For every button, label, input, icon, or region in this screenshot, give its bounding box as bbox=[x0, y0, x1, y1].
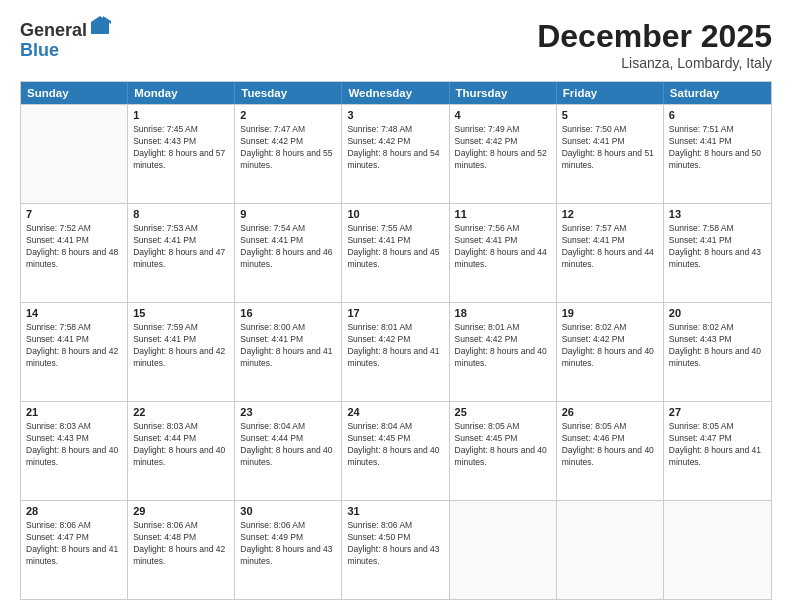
calendar-cell: 29Sunrise: 8:06 AM Sunset: 4:48 PM Dayli… bbox=[128, 501, 235, 599]
day-number: 27 bbox=[669, 405, 766, 420]
day-number: 19 bbox=[562, 306, 658, 321]
cell-info: Sunrise: 8:06 AM Sunset: 4:50 PM Dayligh… bbox=[347, 520, 443, 568]
cell-info: Sunrise: 8:04 AM Sunset: 4:45 PM Dayligh… bbox=[347, 421, 443, 469]
cell-info: Sunrise: 8:05 AM Sunset: 4:47 PM Dayligh… bbox=[669, 421, 766, 469]
logo-general: General bbox=[20, 20, 87, 40]
day-number: 23 bbox=[240, 405, 336, 420]
day-number: 30 bbox=[240, 504, 336, 519]
location: Lisanza, Lombardy, Italy bbox=[537, 55, 772, 71]
page-header: General Blue December 2025 Lisanza, Lomb… bbox=[20, 18, 772, 71]
calendar-cell: 2Sunrise: 7:47 AM Sunset: 4:42 PM Daylig… bbox=[235, 105, 342, 203]
cell-info: Sunrise: 8:06 AM Sunset: 4:49 PM Dayligh… bbox=[240, 520, 336, 568]
header-friday: Friday bbox=[557, 82, 664, 104]
calendar-row: 1Sunrise: 7:45 AM Sunset: 4:43 PM Daylig… bbox=[21, 104, 771, 203]
logo-icon bbox=[89, 14, 111, 36]
calendar-cell: 25Sunrise: 8:05 AM Sunset: 4:45 PM Dayli… bbox=[450, 402, 557, 500]
day-number: 18 bbox=[455, 306, 551, 321]
cell-info: Sunrise: 7:52 AM Sunset: 4:41 PM Dayligh… bbox=[26, 223, 122, 271]
calendar-cell: 10Sunrise: 7:55 AM Sunset: 4:41 PM Dayli… bbox=[342, 204, 449, 302]
calendar-cell: 22Sunrise: 8:03 AM Sunset: 4:44 PM Dayli… bbox=[128, 402, 235, 500]
cell-info: Sunrise: 7:59 AM Sunset: 4:41 PM Dayligh… bbox=[133, 322, 229, 370]
cell-info: Sunrise: 7:58 AM Sunset: 4:41 PM Dayligh… bbox=[26, 322, 122, 370]
cell-info: Sunrise: 8:02 AM Sunset: 4:42 PM Dayligh… bbox=[562, 322, 658, 370]
calendar-header: Sunday Monday Tuesday Wednesday Thursday… bbox=[21, 82, 771, 104]
calendar-cell: 24Sunrise: 8:04 AM Sunset: 4:45 PM Dayli… bbox=[342, 402, 449, 500]
day-number: 13 bbox=[669, 207, 766, 222]
calendar-cell: 23Sunrise: 8:04 AM Sunset: 4:44 PM Dayli… bbox=[235, 402, 342, 500]
header-monday: Monday bbox=[128, 82, 235, 104]
calendar-cell: 3Sunrise: 7:48 AM Sunset: 4:42 PM Daylig… bbox=[342, 105, 449, 203]
cell-info: Sunrise: 8:02 AM Sunset: 4:43 PM Dayligh… bbox=[669, 322, 766, 370]
calendar-cell: 1Sunrise: 7:45 AM Sunset: 4:43 PM Daylig… bbox=[128, 105, 235, 203]
calendar-cell: 21Sunrise: 8:03 AM Sunset: 4:43 PM Dayli… bbox=[21, 402, 128, 500]
cell-info: Sunrise: 7:48 AM Sunset: 4:42 PM Dayligh… bbox=[347, 124, 443, 172]
day-number: 22 bbox=[133, 405, 229, 420]
day-number: 7 bbox=[26, 207, 122, 222]
calendar-cell: 19Sunrise: 8:02 AM Sunset: 4:42 PM Dayli… bbox=[557, 303, 664, 401]
day-number: 25 bbox=[455, 405, 551, 420]
calendar-cell: 18Sunrise: 8:01 AM Sunset: 4:42 PM Dayli… bbox=[450, 303, 557, 401]
calendar-cell: 28Sunrise: 8:06 AM Sunset: 4:47 PM Dayli… bbox=[21, 501, 128, 599]
calendar-cell bbox=[557, 501, 664, 599]
day-number: 29 bbox=[133, 504, 229, 519]
calendar-cell bbox=[21, 105, 128, 203]
day-number: 31 bbox=[347, 504, 443, 519]
calendar-cell: 26Sunrise: 8:05 AM Sunset: 4:46 PM Dayli… bbox=[557, 402, 664, 500]
header-wednesday: Wednesday bbox=[342, 82, 449, 104]
day-number: 2 bbox=[240, 108, 336, 123]
cell-info: Sunrise: 8:05 AM Sunset: 4:46 PM Dayligh… bbox=[562, 421, 658, 469]
cell-info: Sunrise: 7:56 AM Sunset: 4:41 PM Dayligh… bbox=[455, 223, 551, 271]
cell-info: Sunrise: 8:06 AM Sunset: 4:47 PM Dayligh… bbox=[26, 520, 122, 568]
calendar-cell: 7Sunrise: 7:52 AM Sunset: 4:41 PM Daylig… bbox=[21, 204, 128, 302]
header-saturday: Saturday bbox=[664, 82, 771, 104]
calendar-cell: 27Sunrise: 8:05 AM Sunset: 4:47 PM Dayli… bbox=[664, 402, 771, 500]
calendar-cell: 30Sunrise: 8:06 AM Sunset: 4:49 PM Dayli… bbox=[235, 501, 342, 599]
calendar-cell: 16Sunrise: 8:00 AM Sunset: 4:41 PM Dayli… bbox=[235, 303, 342, 401]
cell-info: Sunrise: 8:03 AM Sunset: 4:44 PM Dayligh… bbox=[133, 421, 229, 469]
cell-info: Sunrise: 7:55 AM Sunset: 4:41 PM Dayligh… bbox=[347, 223, 443, 271]
calendar-cell: 12Sunrise: 7:57 AM Sunset: 4:41 PM Dayli… bbox=[557, 204, 664, 302]
day-number: 6 bbox=[669, 108, 766, 123]
calendar-body: 1Sunrise: 7:45 AM Sunset: 4:43 PM Daylig… bbox=[21, 104, 771, 599]
cell-info: Sunrise: 7:47 AM Sunset: 4:42 PM Dayligh… bbox=[240, 124, 336, 172]
calendar: Sunday Monday Tuesday Wednesday Thursday… bbox=[20, 81, 772, 600]
calendar-row: 21Sunrise: 8:03 AM Sunset: 4:43 PM Dayli… bbox=[21, 401, 771, 500]
cell-info: Sunrise: 7:49 AM Sunset: 4:42 PM Dayligh… bbox=[455, 124, 551, 172]
header-thursday: Thursday bbox=[450, 82, 557, 104]
header-tuesday: Tuesday bbox=[235, 82, 342, 104]
calendar-page: General Blue December 2025 Lisanza, Lomb… bbox=[0, 0, 792, 612]
day-number: 16 bbox=[240, 306, 336, 321]
day-number: 20 bbox=[669, 306, 766, 321]
calendar-cell: 11Sunrise: 7:56 AM Sunset: 4:41 PM Dayli… bbox=[450, 204, 557, 302]
day-number: 28 bbox=[26, 504, 122, 519]
day-number: 12 bbox=[562, 207, 658, 222]
calendar-cell: 20Sunrise: 8:02 AM Sunset: 4:43 PM Dayli… bbox=[664, 303, 771, 401]
day-number: 11 bbox=[455, 207, 551, 222]
cell-info: Sunrise: 7:45 AM Sunset: 4:43 PM Dayligh… bbox=[133, 124, 229, 172]
logo-blue: Blue bbox=[20, 40, 59, 60]
calendar-cell: 17Sunrise: 8:01 AM Sunset: 4:42 PM Dayli… bbox=[342, 303, 449, 401]
day-number: 9 bbox=[240, 207, 336, 222]
day-number: 4 bbox=[455, 108, 551, 123]
cell-info: Sunrise: 8:06 AM Sunset: 4:48 PM Dayligh… bbox=[133, 520, 229, 568]
cell-info: Sunrise: 7:57 AM Sunset: 4:41 PM Dayligh… bbox=[562, 223, 658, 271]
calendar-cell: 13Sunrise: 7:58 AM Sunset: 4:41 PM Dayli… bbox=[664, 204, 771, 302]
calendar-cell: 14Sunrise: 7:58 AM Sunset: 4:41 PM Dayli… bbox=[21, 303, 128, 401]
day-number: 8 bbox=[133, 207, 229, 222]
day-number: 17 bbox=[347, 306, 443, 321]
cell-info: Sunrise: 8:01 AM Sunset: 4:42 PM Dayligh… bbox=[455, 322, 551, 370]
month-title: December 2025 bbox=[537, 18, 772, 55]
calendar-row: 7Sunrise: 7:52 AM Sunset: 4:41 PM Daylig… bbox=[21, 203, 771, 302]
day-number: 10 bbox=[347, 207, 443, 222]
day-number: 15 bbox=[133, 306, 229, 321]
cell-info: Sunrise: 7:53 AM Sunset: 4:41 PM Dayligh… bbox=[133, 223, 229, 271]
calendar-row: 14Sunrise: 7:58 AM Sunset: 4:41 PM Dayli… bbox=[21, 302, 771, 401]
cell-info: Sunrise: 7:54 AM Sunset: 4:41 PM Dayligh… bbox=[240, 223, 336, 271]
cell-info: Sunrise: 8:03 AM Sunset: 4:43 PM Dayligh… bbox=[26, 421, 122, 469]
day-number: 5 bbox=[562, 108, 658, 123]
cell-info: Sunrise: 8:05 AM Sunset: 4:45 PM Dayligh… bbox=[455, 421, 551, 469]
header-sunday: Sunday bbox=[21, 82, 128, 104]
logo: General Blue bbox=[20, 18, 111, 61]
day-number: 14 bbox=[26, 306, 122, 321]
calendar-cell: 9Sunrise: 7:54 AM Sunset: 4:41 PM Daylig… bbox=[235, 204, 342, 302]
